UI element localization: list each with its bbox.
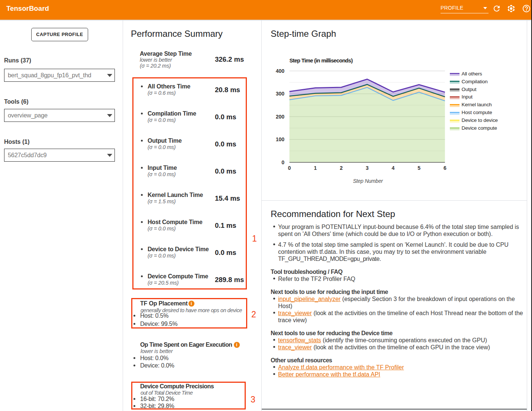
svg-text:All others: All others <box>462 71 483 77</box>
svg-text:5: 5 <box>417 165 420 171</box>
svg-text:0: 0 <box>281 159 284 165</box>
svg-text:Compilation: Compilation <box>462 79 488 84</box>
svg-text:Step Time (in milliseconds): Step Time (in milliseconds) <box>290 58 353 64</box>
svg-text:Kernel launch: Kernel launch <box>462 102 492 107</box>
svg-text:300: 300 <box>276 91 285 97</box>
svg-text:Step Number: Step Number <box>353 178 383 184</box>
svg-text:Device to device: Device to device <box>462 117 498 123</box>
svg-text:3: 3 <box>366 165 369 171</box>
svg-text:Host compute: Host compute <box>462 110 492 115</box>
svg-text:6: 6 <box>444 165 446 171</box>
svg-text:200: 200 <box>276 114 285 120</box>
svg-text:4: 4 <box>392 165 395 171</box>
svg-text:400: 400 <box>276 68 285 74</box>
svg-text:Input: Input <box>462 94 473 100</box>
svg-text:1: 1 <box>314 165 317 171</box>
svg-text:2: 2 <box>340 165 343 171</box>
svg-text:Output: Output <box>462 87 477 92</box>
svg-text:Device compute: Device compute <box>462 125 497 131</box>
svg-text:100: 100 <box>276 136 285 142</box>
svg-text:0: 0 <box>288 165 291 171</box>
